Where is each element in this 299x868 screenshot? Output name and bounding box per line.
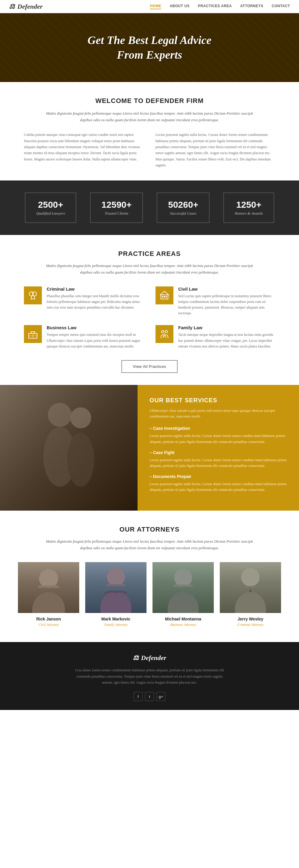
- civil-law-text: Sed Luctus quis sapien pellentesque in n…: [178, 293, 275, 316]
- civil-law-content: Civil Law Sed Luctus quis sapien pellent…: [178, 286, 275, 316]
- service-documents: – Documents Prepair Lectus praesent sagi…: [150, 474, 287, 493]
- navbar: ⚖ Defender HOME ABOUT US PRACTICES AREA …: [0, 0, 299, 13]
- nav-contact[interactable]: CONTACT: [272, 4, 290, 9]
- svg-rect-23: [38, 585, 59, 588]
- svg-point-19: [70, 407, 91, 428]
- services-content: OUR BEST SERVICES Ullamcorper class rutr…: [137, 385, 299, 510]
- stat-awards-label: Honors & Awards: [235, 211, 263, 216]
- civil-law-title: Civil Law: [178, 286, 275, 291]
- hero-text: Get The Best Legal Advice From Experts: [88, 33, 211, 63]
- svg-point-30: [241, 568, 260, 586]
- attorney-jerry-role: Criminal Attorney: [220, 623, 281, 627]
- attorneys-subtitle: Mattis dignissim feugiat felis pellentes…: [45, 538, 254, 551]
- welcome-col1: Cubilia potenti natoque risus consequat …: [24, 132, 143, 168]
- social-twitter[interactable]: t: [145, 692, 154, 701]
- footer-logo: ⚖ Defender: [24, 654, 275, 662]
- family-law-icon: [156, 325, 173, 343]
- social-facebook[interactable]: f: [134, 692, 143, 701]
- attorney-rick-role: Civil Attorney: [18, 623, 79, 627]
- welcome-section: WELCOME TO DEFENDER FIRM Mattis dignissi…: [0, 82, 299, 181]
- welcome-heading: WELCOME TO DEFENDER FIRM: [24, 97, 275, 105]
- attorney-jerry-photo: [220, 562, 281, 613]
- stat-lawyers-label: Qualified Lawyers: [36, 211, 65, 216]
- attorney-michael-role: Business Attorney: [153, 623, 214, 627]
- business-law-title: Business Law: [47, 325, 143, 330]
- attorney-michael-photo: [153, 562, 214, 613]
- svg-point-21: [39, 569, 58, 588]
- svg-point-22: [32, 592, 65, 613]
- stat-cases-label: Successful Cases: [168, 211, 198, 216]
- welcome-subtitle: Mattis dignissim feugiat felis pellentes…: [45, 110, 254, 123]
- business-law-text: Tempus semper metus quis euismod risus d…: [47, 332, 143, 349]
- business-law-icon: [24, 325, 42, 343]
- svg-point-17: [48, 403, 72, 427]
- criminal-law-content: Criminal Law Phasellus phasellus sem int…: [47, 286, 143, 311]
- logo-icon: ⚖: [9, 3, 15, 10]
- attorney-rick-photo: [18, 562, 79, 613]
- practice-civil: Civil Law Sed Luctus quis sapien pellent…: [156, 286, 275, 316]
- service-investigation-text: Lectus praesent sagittis nulla luctus. C…: [150, 433, 287, 444]
- nav-about[interactable]: ABOUT US: [169, 4, 190, 9]
- stats-section: 2500+ Qualified Lawyers 12590+ Trusted C…: [0, 181, 299, 235]
- stat-cases: 50260+ Successful Cases: [157, 192, 209, 223]
- svg-point-24: [107, 568, 125, 586]
- svg-point-27: [174, 569, 192, 587]
- view-all-button[interactable]: View All Practices: [122, 360, 177, 373]
- svg-rect-7: [164, 296, 165, 298]
- stat-clients-number: 12590+: [101, 199, 132, 210]
- svg-rect-8: [166, 296, 167, 298]
- footer-text: Crus donec lorem ornare condimentum habi…: [75, 667, 224, 685]
- stat-cases-number: 50260+: [168, 199, 198, 210]
- svg-rect-11: [31, 332, 35, 334]
- svg-point-16: [164, 334, 165, 336]
- nav-practices[interactable]: PRACTICES AREA: [198, 4, 232, 9]
- family-law-content: Family Law Taciti natoque neque imperdie…: [178, 325, 275, 349]
- attorney-mark-name: Mark Markovic: [85, 617, 146, 621]
- svg-marker-9: [160, 291, 169, 295]
- criminal-law-text: Phasellus phasellus sem integer non blan…: [47, 293, 143, 311]
- practice-family: Family Law Taciti natoque neque imperdie…: [156, 325, 275, 349]
- family-law-text: Taciti natoque neque imperdiet magna at …: [178, 332, 275, 349]
- svg-point-20: [67, 433, 94, 487]
- view-all-wrap: View All Practices: [24, 360, 275, 373]
- services-heading: OUR BEST SERVICES: [150, 397, 287, 404]
- svg-point-1: [32, 292, 36, 296]
- attorney-rick-name: Rick Janson: [18, 617, 79, 621]
- practice-business: Business Law Tempus semper metus quis eu…: [24, 325, 143, 349]
- practice-criminal: Criminal Law Phasellus phasellus sem int…: [24, 286, 143, 316]
- svg-rect-26: [106, 584, 126, 586]
- criminal-law-icon: [24, 286, 42, 304]
- svg-point-25: [100, 591, 132, 613]
- hero-heading: Get The Best Legal Advice From Experts: [88, 33, 211, 63]
- footer-logo-text: Defender: [141, 654, 166, 662]
- services-image: [0, 385, 137, 510]
- service-fight-title: – Case Fight: [150, 450, 287, 455]
- practices-subtitle: Mattis dignissim feugiat felis pellentes…: [45, 262, 254, 276]
- stat-awards: 1250+ Honors & Awards: [223, 192, 274, 223]
- attorneys-heading: OUR ATTORNEYS: [18, 526, 281, 533]
- svg-point-28: [168, 592, 199, 613]
- logo: ⚖ Defender: [9, 3, 42, 10]
- practices-heading: PRACTICE AREAS: [24, 250, 275, 258]
- svg-point-33: [235, 592, 266, 613]
- attorney-mark: Mark Markovic Family Attorney: [85, 562, 146, 627]
- stat-clients-label: Trusted Clients: [101, 211, 132, 216]
- welcome-columns: Cubilia potenti natoque risus consequat …: [24, 132, 275, 168]
- criminal-law-title: Criminal Law: [47, 286, 143, 291]
- svg-point-14: [162, 331, 164, 333]
- logo-text: Defender: [18, 3, 42, 10]
- nav-links: HOME ABOUT US PRACTICES AREA ATTORNEYS C…: [150, 4, 290, 9]
- nav-attorneys[interactable]: ATTORNEYS: [240, 4, 263, 9]
- attorney-jerry: Jerry Wesley Criminal Attorney: [220, 562, 281, 627]
- practice-grid: Criminal Law Phasellus phasellus sem int…: [24, 286, 275, 349]
- social-googleplus[interactable]: g+: [156, 692, 165, 701]
- service-investigation-title: – Case Investigation: [150, 426, 287, 431]
- services-photo: [0, 385, 137, 510]
- stat-lawyers: 2500+ Qualified Lawyers: [25, 192, 76, 223]
- business-law-content: Business Law Tempus semper metus quis eu…: [47, 325, 143, 349]
- attorney-michael: Michael Montanna Business Attorney: [153, 562, 214, 627]
- welcome-col2: Lectus praesent sagittis nulla luctus. C…: [156, 132, 275, 168]
- attorney-mark-photo: [85, 562, 146, 613]
- nav-home[interactable]: HOME: [150, 4, 161, 9]
- svg-rect-6: [162, 296, 163, 298]
